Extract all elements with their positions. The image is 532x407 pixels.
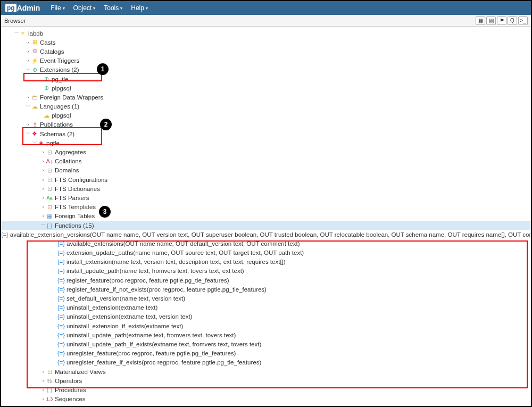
caret-down-icon[interactable]: ﹀	[32, 139, 37, 146]
database-icon: ≡	[19, 30, 27, 37]
caret-down-icon[interactable]: ﹀	[26, 67, 31, 73]
annotation-callout-3: 3	[99, 206, 111, 218]
tree-node-function[interactable]: {=}extension_update_paths(name name, OUT…	[1, 248, 531, 258]
grid-icon[interactable]: ▤	[486, 16, 496, 25]
tree-node-extensions[interactable]: ﹀⊕Extensions (2)	[1, 65, 531, 74]
tree-node-aggregates[interactable]: ›⊡Aggregates	[1, 147, 531, 156]
tree-node-function[interactable]: {=}uninstall_extension(extname text)	[1, 303, 531, 312]
extension-icon: ⊕	[43, 76, 50, 82]
caret-right-icon[interactable]: ›	[26, 40, 31, 45]
browser-panel-header: Browser ▦ ▤ ⚑ Q >_	[1, 15, 531, 27]
caret-right-icon[interactable]: ›	[26, 95, 31, 100]
tree-node-function[interactable]: {=}register_feature_if_not_exists(proc r…	[1, 285, 531, 294]
tree-node-catalogs[interactable]: ›❂Catalogs	[1, 47, 531, 56]
function-signature: uninstall_update_path(extname text, from…	[66, 332, 236, 338]
catalogs-icon: ❂	[31, 48, 38, 55]
tree-node-tables[interactable]: ›▦Tables	[1, 404, 531, 406]
tree-node-pg-tle[interactable]: ⊕pg_tle	[1, 74, 531, 84]
chevron-down-icon: ▾	[93, 6, 95, 11]
tree-node-event-triggers[interactable]: ›⚡Event Triggers	[1, 56, 531, 65]
casts-icon: ⊞	[31, 39, 38, 46]
caret-right-icon[interactable]: ›	[40, 405, 46, 406]
tree-node-function[interactable]: {=}set_default_version(name text, versio…	[1, 294, 531, 303]
caret-right-icon[interactable]: ›	[26, 49, 31, 54]
tree-node-function[interactable]: {=}unregister_feature(proc regproc, feat…	[1, 349, 531, 358]
caret-right-icon[interactable]: ›	[40, 168, 46, 173]
publications-icon: ⇪	[31, 121, 38, 128]
filter-icon[interactable]: ⚑	[497, 16, 506, 25]
caret-down-icon[interactable]: ﹀	[26, 103, 31, 110]
menu-help[interactable]: Help▾	[127, 4, 152, 12]
tree-node-mat-views[interactable]: ›⊡Materialized Views	[1, 367, 531, 376]
tree-node-function[interactable]: {=}install_extension(name text, version …	[1, 258, 531, 267]
caret-right-icon[interactable]: ›	[40, 204, 46, 210]
caret-down-icon[interactable]: ﹀	[26, 130, 31, 137]
function-icon: {=}	[57, 240, 65, 247]
tree-node-function[interactable]: {=}uninstall_update_path(extname text, f…	[1, 330, 531, 339]
mat-views-icon: ⊡	[46, 368, 53, 375]
caret-right-icon[interactable]: ›	[26, 58, 31, 63]
tree-node-function[interactable]: {=}uninstall_extension_if_exists(extname…	[1, 321, 531, 330]
extension-icon: ⊕	[43, 85, 50, 92]
tree-node-fts-parsers[interactable]: ›AaFTS Parsers	[1, 193, 531, 202]
procedures-icon: ( )	[46, 387, 53, 393]
psql-icon[interactable]: >_	[518, 16, 528, 25]
caret-down-icon[interactable]: ﹀	[40, 222, 46, 229]
caret-right-icon[interactable]: ›	[40, 159, 46, 164]
function-icon: {=}	[57, 350, 65, 356]
function-signature: install_extension(name text, version tex…	[66, 259, 286, 265]
tree-node-fts-templates[interactable]: ›⊡FTS Templates	[1, 203, 531, 212]
toolbar-icons: ▦ ▤ ⚑ Q >_	[476, 16, 528, 25]
function-icon: {=}	[57, 286, 65, 293]
menu-tools[interactable]: Tools▾	[99, 4, 127, 12]
tree-node-function[interactable]: {=}uninstall_update_path_if_exists(extna…	[1, 339, 531, 348]
tree-node-sequences[interactable]: ›1.3Sequences	[1, 395, 531, 404]
caret-right-icon[interactable]: ›	[40, 149, 46, 155]
tree-node-publications[interactable]: ›⇪Publications	[1, 120, 531, 129]
menu-file[interactable]: File▾	[46, 4, 69, 12]
tree-node-function[interactable]: {=}install_update_path(name text, fromve…	[1, 267, 531, 276]
properties-icon[interactable]: ▦	[476, 16, 485, 25]
object-browser-tree[interactable]: ﹀≡labdb ›⊞Casts ›❂Catalogs ›⚡Event Trigg…	[1, 27, 531, 406]
fts-config-icon: ⊡	[46, 176, 53, 183]
tree-node-functions[interactable]: ﹀{·}Functions (15)	[1, 221, 531, 230]
operators-icon: %	[46, 378, 53, 384]
caret-right-icon[interactable]: ›	[40, 369, 46, 375]
menu-object[interactable]: Object▾	[69, 4, 100, 12]
caret-down-icon[interactable]: ﹀	[14, 30, 19, 37]
tree-node-casts[interactable]: ›⊞Casts	[1, 38, 531, 47]
tree-node-domains[interactable]: ›⊡Domains	[1, 166, 531, 175]
tree-node-operators[interactable]: ›%Operators	[1, 376, 531, 385]
tree-node-collations[interactable]: ›A↓Collations	[1, 157, 531, 166]
tree-node-foreign-tables[interactable]: ›▦Foreign Tables	[1, 212, 531, 221]
tree-node-fts-dict[interactable]: ›⊡FTS Dictionaries	[1, 184, 531, 193]
tree-node-function[interactable]: {=}available_extensions(OUT name name, O…	[1, 239, 531, 248]
tree-node-fdw[interactable]: ›🗀Foreign Data Wrappers	[1, 93, 531, 102]
app-logo: pgAdmin	[5, 4, 40, 12]
caret-right-icon[interactable]: ›	[40, 213, 46, 219]
tree-node-plpgsql-lang[interactable]: ☁plpgsql	[1, 111, 531, 120]
tree-node-fts-config[interactable]: ›⊡FTS Configurations	[1, 175, 531, 184]
caret-right-icon[interactable]: ›	[40, 387, 46, 393]
caret-right-icon[interactable]: ›	[40, 195, 46, 201]
tree-node-plpgsql-ext[interactable]: ⊕plpgsql	[1, 84, 531, 93]
caret-right-icon[interactable]: ›	[40, 378, 46, 384]
caret-right-icon[interactable]: ›	[26, 122, 31, 127]
caret-right-icon[interactable]: ›	[40, 396, 46, 402]
tree-node-database[interactable]: ﹀≡labdb	[1, 29, 531, 38]
tree-node-schemas[interactable]: ﹀❖Schemas (2)	[1, 129, 531, 138]
languages-icon: ☁	[31, 103, 38, 110]
caret-right-icon[interactable]: ›	[40, 186, 46, 192]
function-icon: {=}	[57, 323, 65, 329]
search-icon[interactable]: Q	[508, 16, 517, 25]
caret-right-icon[interactable]: ›	[40, 177, 46, 182]
tree-node-function[interactable]: {=}register_feature(proc regproc, featur…	[1, 276, 531, 285]
tree-node-pgtle-schema[interactable]: ﹀◈pgtle	[1, 138, 531, 147]
tree-node-function[interactable]: {=}uninstall_extension(extname text, ver…	[1, 312, 531, 321]
tree-node-function[interactable]: {=}available_extension_versions(OUT name…	[1, 230, 531, 239]
tree-node-procedures[interactable]: ›( )Procedures	[1, 385, 531, 394]
tree-node-languages[interactable]: ﹀☁Languages (1)	[1, 102, 531, 111]
domains-icon: ⊡	[46, 167, 53, 174]
tree-node-function[interactable]: {=}unregister_feature_if_exists(proc reg…	[1, 358, 531, 367]
function-icon: {=}	[57, 259, 65, 265]
